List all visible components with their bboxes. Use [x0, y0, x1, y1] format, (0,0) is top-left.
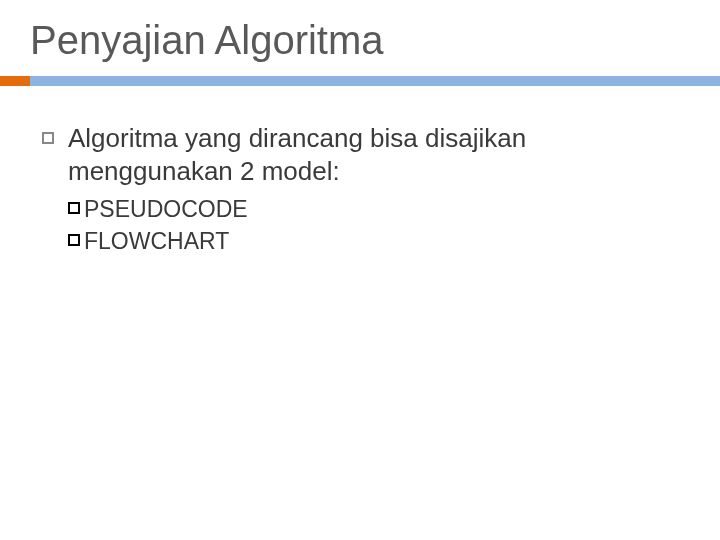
sub-item-text: FLOWCHART	[84, 227, 229, 257]
slide: Penyajian Algoritma Algoritma yang diran…	[0, 0, 720, 540]
accent-bar-orange	[0, 76, 30, 86]
main-bullet-row: Algoritma yang dirancang bisa disajikan …	[42, 122, 662, 187]
sub-list: PSEUDOCODE FLOWCHART	[68, 195, 662, 257]
accent-bar	[0, 76, 720, 86]
square-bullet-icon	[68, 234, 80, 246]
sub-item: PSEUDOCODE	[68, 195, 662, 225]
square-bullet-icon	[42, 132, 54, 144]
square-bullet-icon	[68, 202, 80, 214]
slide-title: Penyajian Algoritma	[30, 18, 384, 63]
content-area: Algoritma yang dirancang bisa disajikan …	[42, 122, 662, 259]
sub-item: FLOWCHART	[68, 227, 662, 257]
main-bullet-text: Algoritma yang dirancang bisa disajikan …	[68, 122, 662, 187]
sub-item-text: PSEUDOCODE	[84, 195, 248, 225]
